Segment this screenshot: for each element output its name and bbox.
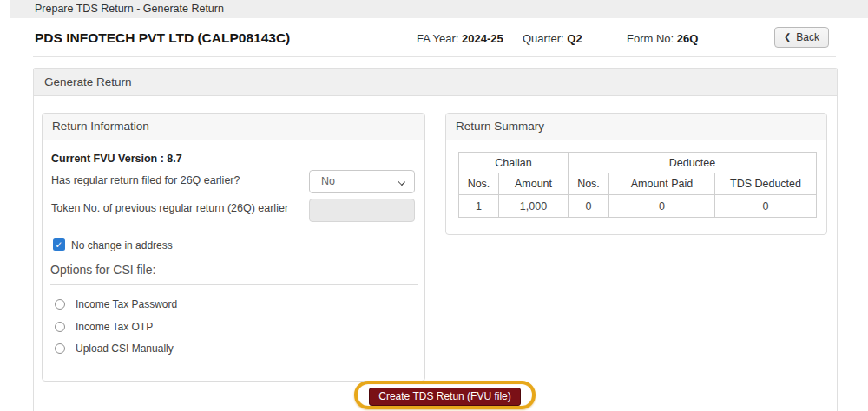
page-breadcrumb: Prepare TDS Return - Generate Return — [35, 0, 868, 18]
token-label: Token No. of previous regular return (26… — [51, 202, 288, 214]
regular-return-select-value: No — [321, 175, 335, 187]
table-header-row: Nos. Amount Nos. Amount Paid TDS Deducte… — [459, 173, 817, 195]
quarter-value: Q2 — [567, 32, 582, 45]
table-row: 1 1,000 0 0 0 — [459, 195, 817, 218]
form-no-value: 26Q — [677, 32, 699, 45]
col-challan-nos: Nos. — [459, 173, 499, 195]
generate-return-section-title: Generate Return — [34, 68, 837, 96]
cell-amount-paid: 0 — [609, 195, 715, 218]
fa-year-value: 2024-25 — [462, 32, 503, 45]
return-information-panel: Return Information Current FVU Version :… — [42, 113, 425, 382]
fa-year: FA Year: 2024-25 — [417, 32, 503, 45]
quarter-label: Quarter: — [523, 32, 567, 45]
back-button[interactable]: ❮ Back — [774, 27, 829, 48]
col-deductee-nos: Nos. — [569, 173, 609, 195]
col-challan-amount: Amount — [499, 173, 569, 195]
chevron-left-icon: ❮ — [784, 33, 791, 42]
csi-options-title: Options for CSI file: — [50, 263, 155, 277]
cell-challan-amount: 1,000 — [499, 195, 569, 218]
radio-upload-csi-manually-label: Upload CSI Manually — [76, 342, 174, 355]
company-title: PDS INFOTECH PVT LTD (CALP08143C) — [35, 30, 290, 46]
radio-income-tax-password-label: Income Tax Password — [76, 298, 177, 310]
col-tds-deducted: TDS Deducted — [715, 173, 817, 195]
group-deductee: Deductee — [569, 153, 817, 173]
col-amount-paid: Amount Paid — [609, 173, 715, 195]
window-title-bar: Prepare TDS Return - Generate Return — [10, 0, 868, 18]
group-challan: Challan — [459, 153, 569, 173]
check-icon: ✓ — [56, 239, 63, 250]
return-information-title: Return Information — [43, 114, 424, 140]
cell-challan-nos: 1 — [459, 195, 499, 218]
header-divider — [33, 56, 836, 57]
radio-income-tax-password[interactable] — [55, 299, 65, 310]
regular-return-select[interactable]: No — [309, 170, 415, 193]
form-no-label: Form No: — [627, 32, 677, 45]
no-change-address-checkbox[interactable]: ✓ — [53, 238, 65, 251]
fa-year-label: FA Year: — [417, 32, 462, 45]
radio-upload-csi-manually[interactable] — [55, 343, 65, 354]
no-change-address-label: No change in address — [71, 239, 173, 251]
form-no: Form No: 26Q — [627, 32, 698, 45]
radio-income-tax-otp[interactable] — [55, 322, 65, 332]
return-summary-table: Challan Deductee Nos. Amount Nos. Amount… — [458, 152, 817, 218]
cell-deductee-nos: 0 — [569, 195, 609, 218]
cell-tds-deducted: 0 — [715, 195, 817, 218]
return-summary-title: Return Summary — [446, 114, 826, 140]
create-tds-return-button[interactable]: Create TDS Retun (FVU file) — [369, 388, 521, 406]
chevron-down-icon — [398, 178, 405, 186]
fvu-version-text: Current FVU Version : 8.7 — [51, 153, 182, 165]
quarter: Quarter: Q2 — [523, 32, 582, 45]
back-button-label: Back — [796, 31, 819, 43]
table-group-row: Challan Deductee — [459, 153, 817, 173]
token-input[interactable] — [309, 199, 415, 222]
return-summary-panel: Return Summary Challan Deductee Nos. Amo… — [445, 113, 827, 235]
csi-divider — [50, 284, 418, 285]
regular-return-question: Has regular return filed for 26Q earlier… — [51, 174, 240, 186]
radio-income-tax-otp-label: Income Tax OTP — [76, 321, 153, 333]
